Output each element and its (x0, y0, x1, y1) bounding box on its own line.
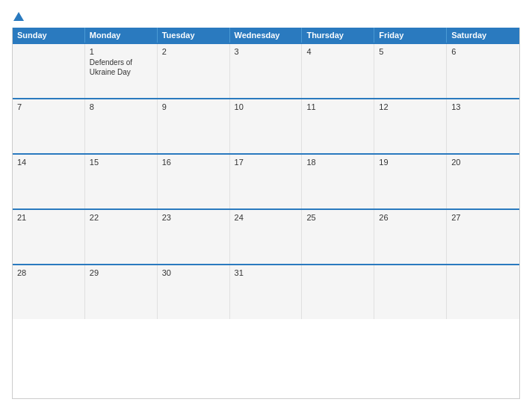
day-cell: 9 (158, 99, 230, 153)
day-header-sunday: Sunday (13, 28, 85, 43)
calendar-header (12, 12, 520, 22)
day-number: 10 (235, 102, 297, 111)
day-number: 20 (451, 158, 515, 167)
day-cell: 19 (374, 155, 447, 208)
day-number: 16 (162, 158, 225, 167)
day-number: 30 (162, 268, 225, 277)
day-cell: 10 (230, 99, 303, 153)
day-number: 22 (90, 213, 152, 222)
calendar-weeks: 1Defenders of Ukraine Day234567891011121… (13, 43, 519, 319)
day-number: 18 (306, 158, 369, 167)
day-number: 15 (90, 158, 152, 167)
day-number: 28 (17, 268, 80, 277)
day-number: 24 (235, 213, 297, 222)
day-cell: 28 (13, 265, 85, 319)
day-cell: 6 (447, 44, 519, 98)
day-number: 26 (379, 213, 442, 222)
day-header-friday: Friday (374, 28, 447, 43)
day-number: 1 (90, 47, 152, 56)
day-cell: 15 (85, 155, 158, 208)
day-number: 11 (306, 102, 369, 111)
day-cell: 18 (302, 155, 374, 208)
week-row-5: 28293031 (13, 264, 519, 319)
day-cell: 30 (158, 265, 230, 319)
day-number: 3 (235, 47, 297, 56)
day-cell: 24 (230, 210, 303, 264)
day-number: 13 (451, 102, 515, 111)
day-number: 12 (379, 102, 442, 111)
week-row-4: 21222324252627 (13, 208, 519, 264)
day-cell: 22 (85, 210, 158, 264)
day-headers-row: SundayMondayTuesdayWednesdayThursdayFrid… (13, 28, 519, 43)
day-header-saturday: Saturday (447, 28, 519, 43)
day-number: 19 (379, 158, 442, 167)
week-row-1: 1Defenders of Ukraine Day23456 (13, 43, 519, 98)
day-cell: 21 (13, 210, 85, 264)
day-number: 14 (17, 158, 80, 167)
day-number: 31 (235, 268, 297, 277)
day-cell: 1Defenders of Ukraine Day (85, 44, 158, 98)
day-header-monday: Monday (85, 28, 158, 43)
day-cell: 14 (13, 155, 85, 208)
day-number: 25 (306, 213, 369, 222)
day-number: 4 (306, 47, 369, 56)
day-number: 17 (235, 158, 297, 167)
week-row-2: 78910111213 (13, 98, 519, 153)
day-cell: 8 (85, 99, 158, 153)
day-cell (374, 265, 447, 319)
day-cell: 7 (13, 99, 85, 153)
day-cell: 12 (374, 99, 447, 153)
day-number: 23 (162, 213, 225, 222)
day-cell (13, 44, 85, 98)
day-cell: 20 (447, 155, 519, 208)
day-cell: 31 (230, 265, 303, 319)
day-cell: 2 (158, 44, 230, 98)
day-cell (302, 265, 374, 319)
logo (12, 12, 24, 22)
calendar-grid: SundayMondayTuesdayWednesdayThursdayFrid… (12, 28, 520, 399)
day-cell (447, 265, 519, 319)
day-number: 2 (162, 47, 225, 56)
day-cell: 3 (230, 44, 303, 98)
day-cell: 23 (158, 210, 230, 264)
day-cell: 16 (158, 155, 230, 208)
day-number: 9 (162, 102, 225, 111)
day-header-tuesday: Tuesday (158, 28, 230, 43)
day-cell: 29 (85, 265, 158, 319)
day-number: 27 (451, 213, 515, 222)
day-number: 29 (90, 268, 152, 277)
day-number: 21 (17, 213, 80, 222)
day-cell: 5 (374, 44, 447, 98)
day-cell: 17 (230, 155, 303, 208)
logo-triangle-icon (13, 12, 24, 21)
day-number: 6 (451, 47, 515, 56)
day-cell: 27 (447, 210, 519, 264)
day-number: 5 (379, 47, 442, 56)
week-row-3: 14151617181920 (13, 153, 519, 208)
day-cell: 11 (302, 99, 374, 153)
day-cell: 13 (447, 99, 519, 153)
day-cell: 25 (302, 210, 374, 264)
day-cell: 26 (374, 210, 447, 264)
day-header-wednesday: Wednesday (230, 28, 303, 43)
day-number: 7 (17, 102, 80, 111)
day-header-thursday: Thursday (302, 28, 374, 43)
holiday-label: Defenders of Ukraine Day (90, 58, 152, 77)
day-number: 8 (90, 102, 152, 111)
day-cell: 4 (302, 44, 374, 98)
